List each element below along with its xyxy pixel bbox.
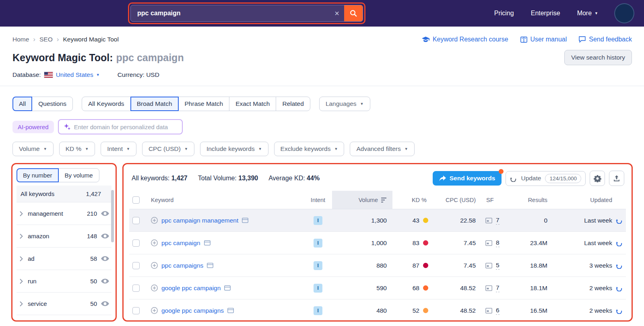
- serp-features-icon[interactable]: [485, 308, 492, 314]
- serp-preview-icon[interactable]: [224, 285, 231, 291]
- user-avatar[interactable]: [615, 4, 634, 23]
- col-updated[interactable]: Updated: [559, 197, 626, 203]
- nav-pricing[interactable]: Pricing: [494, 10, 514, 17]
- advanced-filters-dropdown[interactable]: Advanced filters▼: [350, 142, 414, 156]
- keyword-link[interactable]: ppc campaigns: [161, 262, 203, 269]
- eye-icon[interactable]: [101, 279, 109, 284]
- tab-by-volume[interactable]: By volume: [58, 168, 99, 182]
- keyword-search-input[interactable]: [131, 10, 330, 17]
- group-row-run[interactable]: run 50: [17, 270, 111, 293]
- col-results[interactable]: Results: [511, 197, 559, 203]
- keyword-link[interactable]: google ppc campaign: [161, 285, 221, 292]
- chevron-right-icon[interactable]: [20, 301, 23, 306]
- intent-badge[interactable]: I: [314, 239, 322, 248]
- nav-enterprise[interactable]: Enterprise: [531, 10, 560, 17]
- send-feedback-link[interactable]: Send feedback: [579, 36, 632, 43]
- tab-broad-match[interactable]: Broad Match: [130, 97, 179, 111]
- refresh-metrics-icon[interactable]: [616, 239, 623, 246]
- serp-features-icon[interactable]: [485, 263, 492, 268]
- languages-dropdown[interactable]: Languages▼: [319, 97, 370, 111]
- add-keyword-icon[interactable]: [151, 262, 158, 269]
- col-cpc[interactable]: CPC (USD): [431, 197, 479, 203]
- view-search-history-button[interactable]: View search history: [564, 50, 632, 65]
- keyword-link[interactable]: google ppc campaigns: [161, 307, 224, 314]
- kd-filter-dropdown[interactable]: KD %▼: [59, 142, 95, 156]
- col-intent[interactable]: Intent: [304, 197, 332, 203]
- col-kd[interactable]: KD %: [392, 197, 431, 203]
- add-keyword-icon[interactable]: [151, 239, 158, 246]
- keyword-link[interactable]: ppc campaign: [161, 239, 200, 247]
- add-keyword-icon[interactable]: [151, 285, 158, 291]
- keyword-research-course-link[interactable]: Keyword Research course: [422, 36, 508, 43]
- keyword-link[interactable]: ppc campaign management: [161, 217, 238, 224]
- serp-preview-icon[interactable]: [204, 240, 211, 246]
- serp-preview-icon[interactable]: [207, 263, 213, 268]
- update-button[interactable]: Update 124/15,000: [506, 171, 586, 186]
- chevron-right-icon[interactable]: [20, 279, 23, 284]
- exclude-keywords-dropdown[interactable]: Exclude keywords▼: [274, 142, 345, 156]
- refresh-metrics-icon[interactable]: [616, 285, 623, 291]
- tab-all-keywords[interactable]: All Keywords: [82, 97, 131, 111]
- nav-more[interactable]: More▼: [577, 10, 598, 17]
- intent-badge[interactable]: I: [314, 306, 322, 315]
- summary-bar: All keywords: 1,427 Total Volume: 13,390…: [132, 171, 624, 186]
- chevron-right-icon[interactable]: [20, 211, 23, 216]
- add-keyword-icon[interactable]: [151, 307, 158, 314]
- all-keywords-group-row[interactable]: All keywords 1,427: [17, 186, 111, 202]
- add-keyword-icon[interactable]: [151, 217, 158, 224]
- intent-badge[interactable]: I: [314, 284, 322, 293]
- col-sf[interactable]: SF: [479, 197, 511, 203]
- breadcrumb-seo[interactable]: SEO: [39, 36, 53, 43]
- chevron-right-icon[interactable]: [20, 234, 23, 239]
- search-button[interactable]: [344, 5, 363, 22]
- chevron-right-icon[interactable]: [20, 256, 23, 261]
- domain-input[interactable]: [74, 124, 177, 130]
- intent-badge[interactable]: I: [314, 261, 322, 270]
- eye-icon[interactable]: [101, 256, 109, 261]
- database-selector[interactable]: United States▼: [56, 71, 100, 78]
- clear-search-icon[interactable]: ×: [334, 9, 339, 17]
- send-keywords-button[interactable]: Send keywords: [433, 171, 502, 186]
- table-settings-button[interactable]: [590, 171, 605, 186]
- tab-all[interactable]: All: [12, 97, 32, 111]
- intent-badge[interactable]: I: [314, 216, 322, 225]
- eye-icon[interactable]: [101, 301, 109, 306]
- tab-questions[interactable]: Questions: [32, 97, 73, 111]
- select-all-checkbox[interactable]: [132, 196, 140, 204]
- include-keywords-dropdown[interactable]: Include keywords▼: [200, 142, 268, 156]
- tab-exact-match[interactable]: Exact Match: [229, 97, 276, 111]
- volume-filter-dropdown[interactable]: Volume▼: [12, 142, 54, 156]
- row-checkbox[interactable]: [132, 307, 140, 314]
- tab-related[interactable]: Related: [276, 97, 310, 111]
- user-manual-link[interactable]: User manual: [520, 36, 567, 43]
- group-row-ad[interactable]: ad 58: [17, 248, 111, 270]
- serp-features-icon[interactable]: [485, 218, 492, 223]
- export-button[interactable]: [609, 171, 624, 186]
- keyword-search-bar[interactable]: ×: [130, 5, 363, 22]
- tab-phrase-match[interactable]: Phrase Match: [178, 97, 230, 111]
- eye-icon[interactable]: [101, 211, 109, 216]
- group-row-amazon[interactable]: amazon 148: [17, 225, 111, 248]
- group-row-service[interactable]: service 50: [17, 293, 111, 315]
- row-checkbox[interactable]: [132, 217, 140, 224]
- refresh-metrics-icon[interactable]: [616, 217, 623, 224]
- serp-features-icon[interactable]: [485, 285, 492, 291]
- tab-by-number[interactable]: By number: [17, 168, 59, 182]
- intent-filter-dropdown[interactable]: Intent▼: [101, 142, 136, 156]
- domain-input-wrapper[interactable]: [58, 119, 183, 134]
- row-checkbox[interactable]: [132, 285, 140, 292]
- refresh-metrics-icon[interactable]: [616, 307, 623, 314]
- col-keyword[interactable]: Keyword: [151, 197, 304, 203]
- row-checkbox[interactable]: [132, 239, 140, 247]
- row-checkbox[interactable]: [132, 262, 140, 269]
- serp-features-icon[interactable]: [485, 240, 492, 246]
- col-volume[interactable]: Volume: [332, 191, 392, 209]
- eye-icon[interactable]: [101, 233, 109, 239]
- breadcrumb-home[interactable]: Home: [12, 36, 29, 43]
- serp-preview-icon[interactable]: [242, 218, 248, 223]
- serp-preview-icon[interactable]: [227, 308, 234, 313]
- sidebar-scrollbar[interactable]: [111, 190, 114, 242]
- group-row-management[interactable]: management 210: [17, 202, 111, 225]
- refresh-metrics-icon[interactable]: [616, 262, 623, 269]
- cpc-filter-dropdown[interactable]: CPC (USD)▼: [142, 142, 194, 156]
